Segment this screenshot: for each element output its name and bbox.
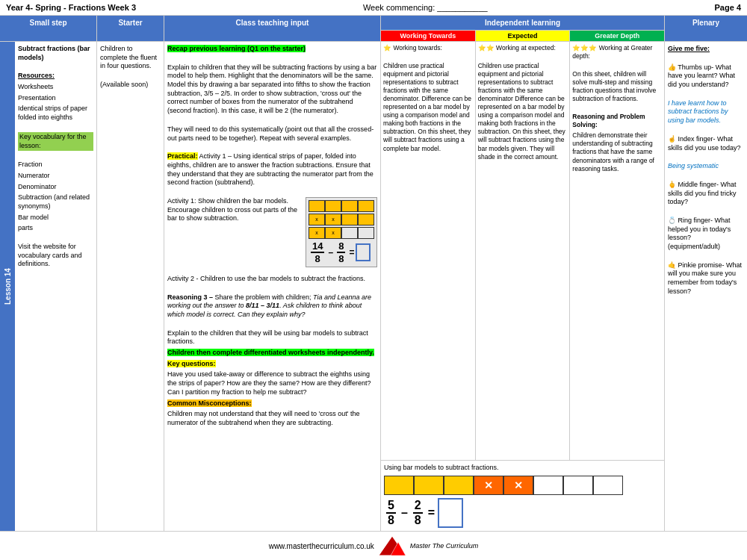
vocab-subtraction: Subtraction (and related synonyms) <box>18 193 93 211</box>
resource-worksheets: Worksheets <box>18 83 93 92</box>
visit-text: Visit the website for vocabulary cards a… <box>18 243 93 269</box>
main-content: Lesson 14 Subtract fractions (bar models… <box>0 42 747 531</box>
working-label: Working towards: <box>393 44 442 52</box>
activity1-text: Activity 1: Show children the bar models… <box>167 197 300 225</box>
bm-cell-9: x <box>309 227 325 239</box>
bm-cell-3 <box>341 200 358 212</box>
footer: www.masterthecurriculum.co.uk Master The… <box>0 531 747 560</box>
frac-5-numerator: 5 <box>386 499 396 514</box>
small-step-column: Subtract fractions (bar models) Resource… <box>15 42 97 531</box>
resource-strips: Identical strips of paper folded into ei… <box>18 105 93 122</box>
bb-e1 <box>533 476 563 495</box>
teaching-column: Recap previous learning (Q1 on the start… <box>164 42 381 531</box>
header-page: Page 4 <box>715 3 741 12</box>
answer-box <box>356 243 371 261</box>
reasoning3-fraction: 8/11 – 3/11 <box>246 302 279 309</box>
footer-logo: www.masterthecurriculum.co.uk Master The… <box>269 535 479 557</box>
fraction-eq-row: 5 8 – 2 8 = <box>384 498 661 528</box>
frac-5-denominator: 8 <box>386 514 396 527</box>
bm-cell-1 <box>309 200 325 212</box>
common-misc-label: Common Misconceptions: <box>167 399 377 408</box>
starter-column: Children to complete the fluent in four … <box>97 42 164 531</box>
working-col: ⭐ Working towards: Children use practica… <box>381 42 476 460</box>
col-header-teaching: Class teaching input <box>164 16 381 41</box>
bottom-bar-section: Using bar models to subtract fractions. … <box>381 460 664 531</box>
plenary-index: ☝️ Index finger- What skills did you use… <box>668 135 744 152</box>
frac-2-numerator: 2 <box>413 499 423 514</box>
page-wrapper: Year 4- Spring - Fractions Week 3 Week c… <box>0 0 747 560</box>
answer-box-bottom <box>438 498 463 528</box>
fraction-14-8: 14 8 <box>311 240 324 264</box>
bm-cell-12 <box>358 227 374 239</box>
reasoning3-label: Reasoning 3 – <box>167 293 213 301</box>
working-stars: ⭐ Working towards: <box>383 44 473 52</box>
bar-row-1: ✕ ✕ <box>384 476 661 495</box>
activity1-para: Activity 1: Show children the bar models… <box>167 197 300 223</box>
bb-x1: ✕ <box>474 476 503 495</box>
fraction-row: 14 8 – 8 8 = <box>309 240 374 264</box>
greater-stars: ⭐⭐⭐ Working at Greater depth: <box>572 44 662 60</box>
bb-e2 <box>563 476 593 495</box>
bar-model-row3: x x <box>309 227 374 239</box>
footer-logo-svg <box>377 535 407 557</box>
plenary-pinkie: 🤙 Pinkie promise- What will you make sur… <box>668 261 744 296</box>
recap-highlight: Recap previous learning (Q1 on the start… <box>167 45 306 52</box>
working-star: ⭐ <box>383 44 391 52</box>
reasoning3: Reasoning 3 – Share the problem with chi… <box>167 293 377 320</box>
explain-text: Explain to the children that they will b… <box>167 329 377 346</box>
recap-label: Recap previous learning (Q1 on the start… <box>167 45 377 54</box>
sub-header-greater: Greater Depth <box>570 31 664 41</box>
bb-y1 <box>384 476 414 495</box>
col-header-starter: Starter <box>97 16 164 41</box>
sub-header-working: Working Towards <box>381 31 476 41</box>
greater-text2: Reasoning and Problem Solving: <box>572 113 662 129</box>
expected-stars: ⭐⭐ Working at expected: <box>478 44 568 52</box>
key-q-label: Key questions: <box>167 360 377 369</box>
resource-presentation: Presentation <box>18 94 93 103</box>
common-misc-highlight: Common Misconceptions: <box>167 399 252 407</box>
bm-cell-6: x <box>325 214 341 225</box>
bar-model-row1 <box>309 200 374 212</box>
minus-sign: – <box>328 247 333 258</box>
expected-text: Children use practical equipment and pic… <box>478 62 568 161</box>
footer-url: www.masterthecurriculum.co.uk <box>269 542 374 550</box>
fraction-8-8: 8 8 <box>337 240 345 264</box>
col-header-small-step: Small step <box>0 16 97 41</box>
plenary-column: Give me five: 👍 Thumbs up- What have you… <box>665 42 747 531</box>
bb-y2 <box>414 476 444 495</box>
resources-label: Resources: <box>18 72 93 81</box>
starter-available: (Available soon) <box>100 81 161 90</box>
small-step-title: Subtract fractions (bar models) <box>18 45 93 62</box>
col-header-independent-wrapper: Independent learning Working Towards Exp… <box>381 16 665 41</box>
bb-e3 <box>593 476 623 495</box>
expected-col: ⭐⭐ Working at expected: Children use pra… <box>476 42 571 460</box>
bm-cell-7 <box>341 214 358 225</box>
bm-cell-11 <box>341 227 358 239</box>
expected-label: Working at expected: <box>496 44 556 52</box>
bar-model-visual: x x x x 14 8 <box>306 197 377 267</box>
plenary-title: Give me five: <box>668 45 744 54</box>
bm-cell-2 <box>325 200 341 212</box>
key-questions-text: Have you used take-away or difference to… <box>167 370 377 396</box>
independent-column: ⭐ Working towards: Children use practica… <box>381 42 665 531</box>
plenary-ring: 💍 Ring finger- What helped you in today'… <box>668 217 744 252</box>
plenary-being: Being systematic <box>668 162 744 171</box>
teaching-para1: Explain to children that they will be su… <box>167 63 377 116</box>
greater-stars-icon: ⭐⭐⭐ <box>572 44 597 52</box>
bm-cell-8 <box>358 214 374 225</box>
vocab-parts: parts <box>18 224 93 233</box>
plenary-thumb: 👍 Thumbs up- What have you learnt? What … <box>668 63 744 90</box>
children-complete: Children then complete differentiated wo… <box>167 349 377 358</box>
bar-model-row2: x x <box>309 214 374 225</box>
plenary-middle: 🖕 Middle finger- What skills did you fin… <box>668 181 744 207</box>
activity2: Activity 2 - Children to use the bar mod… <box>167 275 377 284</box>
frac-5-8: 5 8 <box>386 499 396 527</box>
greater-text3: Children demonstrate their understanding… <box>572 131 662 172</box>
bb-x2: ✕ <box>503 476 533 495</box>
bm-cell-4 <box>358 200 374 212</box>
vocab-numerator: Numerator <box>18 172 93 181</box>
practical-text: Activity 1 – Using identical strips of p… <box>167 152 374 186</box>
children-complete-highlight: Children then complete differentiated wo… <box>167 349 374 356</box>
col-header-plenary: Plenary <box>665 16 747 41</box>
bm-cell-5: x <box>309 214 325 225</box>
